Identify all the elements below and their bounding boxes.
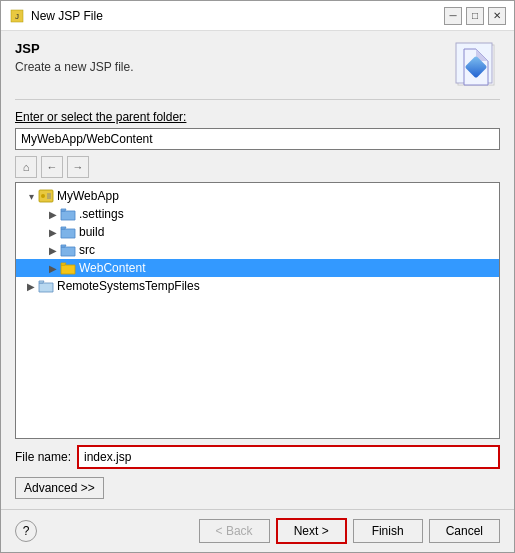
title-bar-icon: J	[9, 8, 25, 24]
expander-mywebapp[interactable]: ▾	[24, 191, 38, 202]
dialog: J New JSP File ─ □ ✕ JSP Create a new JS…	[0, 0, 515, 553]
tree-label-mywebapp: MyWebApp	[57, 189, 119, 203]
tree-item-mywebapp[interactable]: ▾ MyWebApp	[16, 187, 499, 205]
tree-item-src[interactable]: ▶ src	[16, 241, 499, 259]
header-divider	[15, 99, 500, 100]
cancel-button[interactable]: Cancel	[429, 519, 500, 543]
jsp-file-icon	[452, 41, 500, 89]
finish-button[interactable]: Finish	[353, 519, 423, 543]
tree-item-remote[interactable]: ▶ RemoteSystemsTempFiles	[16, 277, 499, 295]
help-button[interactable]: ?	[15, 520, 37, 542]
folder-toolbar: ⌂ ← →	[15, 156, 500, 178]
page-subtitle: Create a new JSP file.	[15, 60, 452, 74]
title-bar-controls: ─ □ ✕	[444, 7, 506, 25]
forward-button[interactable]: →	[67, 156, 89, 178]
back-button[interactable]: < Back	[199, 519, 270, 543]
page-title: JSP	[15, 41, 452, 56]
content-area: JSP Create a new JSP file.	[1, 31, 514, 509]
folder-build-icon	[60, 224, 76, 240]
close-button[interactable]: ✕	[488, 7, 506, 25]
title-bar: J New JSP File ─ □ ✕	[1, 1, 514, 31]
file-name-input[interactable]	[77, 445, 500, 469]
folder-tree[interactable]: ▾ MyWebApp ▶	[15, 182, 500, 439]
tree-item-settings[interactable]: ▶ .settings	[16, 205, 499, 223]
expander-src[interactable]: ▶	[46, 245, 60, 256]
title-bar-title: New JSP File	[31, 9, 444, 23]
expander-build[interactable]: ▶	[46, 227, 60, 238]
tree-label-src: src	[79, 243, 95, 257]
next-button[interactable]: Next >	[276, 518, 347, 544]
bottom-section: File name: Advanced >>	[15, 445, 500, 499]
advanced-button[interactable]: Advanced >>	[15, 477, 104, 499]
file-name-row: File name:	[15, 445, 500, 469]
tree-item-webcontent[interactable]: ▶ WebContent	[16, 259, 499, 277]
svg-point-8	[41, 194, 45, 198]
back-button[interactable]: ←	[41, 156, 63, 178]
folder-settings-icon	[60, 206, 76, 222]
home-button[interactable]: ⌂	[15, 156, 37, 178]
project-icon	[38, 188, 54, 204]
expander-webcontent[interactable]: ▶	[46, 263, 60, 274]
minimize-button[interactable]: ─	[444, 7, 462, 25]
tree-label-webcontent: WebContent	[79, 261, 146, 275]
folder-remote-icon	[38, 278, 54, 294]
header-text: JSP Create a new JSP file.	[15, 41, 452, 74]
tree-label-remote: RemoteSystemsTempFiles	[57, 279, 200, 293]
header-section: JSP Create a new JSP file.	[15, 41, 500, 89]
tree-item-build[interactable]: ▶ build	[16, 223, 499, 241]
expander-remote[interactable]: ▶	[24, 281, 38, 292]
file-name-label: File name:	[15, 450, 71, 464]
svg-text:J: J	[15, 12, 19, 21]
tree-label-settings: .settings	[79, 207, 124, 221]
footer: ? < Back Next > Finish Cancel	[1, 509, 514, 552]
folder-label: Enter or select the parent folder:	[15, 110, 500, 124]
tree-label-build: build	[79, 225, 104, 239]
expander-settings[interactable]: ▶	[46, 209, 60, 220]
maximize-button[interactable]: □	[466, 7, 484, 25]
folder-input[interactable]	[15, 128, 500, 150]
folder-src-icon	[60, 242, 76, 258]
folder-webcontent-icon	[60, 260, 76, 276]
